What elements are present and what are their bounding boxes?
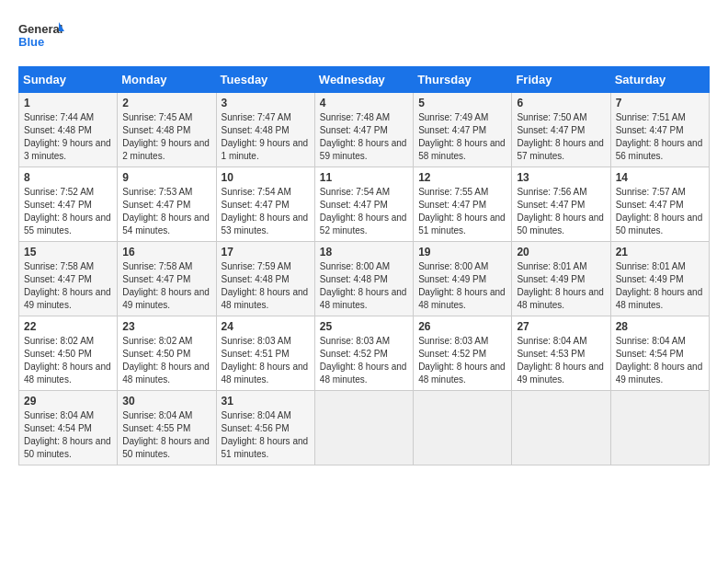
weekday-header: Friday xyxy=(512,67,610,93)
day-number: 3 xyxy=(222,97,310,109)
calendar-day-cell: 14Sunrise: 7:57 AMSunset: 4:47 PMDayligh… xyxy=(610,167,709,242)
day-info: Sunrise: 7:44 AMSunset: 4:48 PMDaylight:… xyxy=(24,111,112,163)
day-number: 13 xyxy=(517,171,605,184)
calendar-day-cell: 6Sunrise: 7:50 AMSunset: 4:47 PMDaylight… xyxy=(512,93,610,167)
day-info: Sunrise: 7:55 AMSunset: 4:47 PMDaylight:… xyxy=(418,186,506,237)
day-number: 20 xyxy=(517,246,605,259)
calendar-day-cell: 9Sunrise: 7:53 AMSunset: 4:47 PMDaylight… xyxy=(118,167,216,242)
day-info: Sunrise: 8:04 AMSunset: 4:54 PMDaylight:… xyxy=(24,409,112,461)
day-number: 2 xyxy=(122,97,210,109)
day-number: 10 xyxy=(222,171,310,184)
calendar-week-row: 15Sunrise: 7:58 AMSunset: 4:47 PMDayligh… xyxy=(19,242,710,316)
day-info: Sunrise: 8:04 AMSunset: 4:54 PMDaylight:… xyxy=(616,335,704,386)
weekday-header: Saturday xyxy=(610,67,709,93)
day-info: Sunrise: 7:58 AMSunset: 4:47 PMDaylight:… xyxy=(122,260,210,312)
calendar-day-cell: 13Sunrise: 7:56 AMSunset: 4:47 PMDayligh… xyxy=(512,167,610,242)
calendar-day-cell: 10Sunrise: 7:54 AMSunset: 4:47 PMDayligh… xyxy=(216,167,314,242)
day-info: Sunrise: 8:00 AMSunset: 4:48 PMDaylight:… xyxy=(320,260,408,312)
day-number: 29 xyxy=(24,395,112,408)
calendar-day-cell: 18Sunrise: 8:00 AMSunset: 4:48 PMDayligh… xyxy=(314,242,413,316)
calendar-day-cell: 16Sunrise: 7:58 AMSunset: 4:47 PMDayligh… xyxy=(118,242,216,316)
calendar-day-cell: 19Sunrise: 8:00 AMSunset: 4:49 PMDayligh… xyxy=(414,242,512,316)
day-number: 19 xyxy=(418,246,506,259)
day-info: Sunrise: 7:47 AMSunset: 4:48 PMDaylight:… xyxy=(222,111,310,163)
day-number: 18 xyxy=(320,246,408,259)
day-number: 12 xyxy=(418,171,506,184)
day-info: Sunrise: 7:54 AMSunset: 4:47 PMDaylight:… xyxy=(222,186,310,237)
calendar-day-cell: 5Sunrise: 7:49 AMSunset: 4:47 PMDaylight… xyxy=(414,93,512,167)
day-number: 25 xyxy=(320,320,408,333)
day-info: Sunrise: 8:04 AMSunset: 4:56 PMDaylight:… xyxy=(222,409,310,461)
calendar-day-cell: 26Sunrise: 8:03 AMSunset: 4:52 PMDayligh… xyxy=(414,316,512,391)
day-number: 23 xyxy=(122,320,210,333)
day-info: Sunrise: 7:50 AMSunset: 4:47 PMDaylight:… xyxy=(517,111,605,163)
day-info: Sunrise: 8:02 AMSunset: 4:50 PMDaylight:… xyxy=(122,335,210,386)
calendar-day-cell: 4Sunrise: 7:48 AMSunset: 4:47 PMDaylight… xyxy=(314,93,413,167)
weekday-header: Tuesday xyxy=(216,67,314,93)
day-info: Sunrise: 7:51 AMSunset: 4:47 PMDaylight:… xyxy=(616,111,704,163)
calendar-day-cell: 23Sunrise: 8:02 AMSunset: 4:50 PMDayligh… xyxy=(118,316,216,391)
logo: General Blue xyxy=(18,18,64,57)
calendar-day-cell: 1Sunrise: 7:44 AMSunset: 4:48 PMDaylight… xyxy=(19,93,118,167)
weekday-header: Thursday xyxy=(414,67,512,93)
day-number: 16 xyxy=(122,246,210,259)
logo-svg: General Blue xyxy=(18,18,64,57)
calendar-day-cell: 15Sunrise: 7:58 AMSunset: 4:47 PMDayligh… xyxy=(19,242,118,316)
day-info: Sunrise: 8:00 AMSunset: 4:49 PMDaylight:… xyxy=(418,260,506,312)
calendar-day-cell: 3Sunrise: 7:47 AMSunset: 4:48 PMDaylight… xyxy=(216,93,314,167)
calendar-day-cell: 21Sunrise: 8:01 AMSunset: 4:49 PMDayligh… xyxy=(610,242,709,316)
day-number: 5 xyxy=(418,97,506,109)
calendar-week-row: 1Sunrise: 7:44 AMSunset: 4:48 PMDaylight… xyxy=(19,93,710,167)
day-number: 28 xyxy=(616,320,704,333)
day-info: Sunrise: 7:57 AMSunset: 4:47 PMDaylight:… xyxy=(616,186,704,237)
day-number: 27 xyxy=(517,320,605,333)
day-info: Sunrise: 8:03 AMSunset: 4:52 PMDaylight:… xyxy=(320,335,408,386)
day-info: Sunrise: 8:01 AMSunset: 4:49 PMDaylight:… xyxy=(517,260,605,312)
day-number: 21 xyxy=(616,246,704,259)
calendar-day-cell: 24Sunrise: 8:03 AMSunset: 4:51 PMDayligh… xyxy=(216,316,314,391)
day-number: 6 xyxy=(517,97,605,109)
calendar-day-cell: 8Sunrise: 7:52 AMSunset: 4:47 PMDaylight… xyxy=(19,167,118,242)
day-info: Sunrise: 7:49 AMSunset: 4:47 PMDaylight:… xyxy=(418,111,506,163)
calendar-day-cell: 11Sunrise: 7:54 AMSunset: 4:47 PMDayligh… xyxy=(314,167,413,242)
calendar-day-cell: 17Sunrise: 7:59 AMSunset: 4:48 PMDayligh… xyxy=(216,242,314,316)
calendar-day-cell: 7Sunrise: 7:51 AMSunset: 4:47 PMDaylight… xyxy=(610,93,709,167)
day-number: 1 xyxy=(24,97,112,109)
day-number: 7 xyxy=(616,97,704,109)
svg-text:Blue: Blue xyxy=(18,35,44,49)
calendar-day-cell: 29Sunrise: 8:04 AMSunset: 4:54 PMDayligh… xyxy=(19,391,118,465)
day-number: 26 xyxy=(418,320,506,333)
calendar-table: SundayMondayTuesdayWednesdayThursdayFrid… xyxy=(18,66,710,465)
day-info: Sunrise: 7:53 AMSunset: 4:47 PMDaylight:… xyxy=(122,186,210,237)
calendar-day-cell: 28Sunrise: 8:04 AMSunset: 4:54 PMDayligh… xyxy=(610,316,709,391)
day-number: 9 xyxy=(122,171,210,184)
day-info: Sunrise: 7:48 AMSunset: 4:47 PMDaylight:… xyxy=(320,111,408,163)
day-info: Sunrise: 8:02 AMSunset: 4:50 PMDaylight:… xyxy=(24,335,112,386)
day-info: Sunrise: 8:04 AMSunset: 4:53 PMDaylight:… xyxy=(517,335,605,386)
svg-text:General: General xyxy=(18,22,63,36)
day-info: Sunrise: 7:56 AMSunset: 4:47 PMDaylight:… xyxy=(517,186,605,237)
day-number: 22 xyxy=(24,320,112,333)
header: General Blue xyxy=(18,18,710,57)
weekday-header: Monday xyxy=(118,67,216,93)
day-info: Sunrise: 8:03 AMSunset: 4:52 PMDaylight:… xyxy=(418,335,506,386)
calendar-day-cell: 25Sunrise: 8:03 AMSunset: 4:52 PMDayligh… xyxy=(314,316,413,391)
day-number: 24 xyxy=(222,320,310,333)
day-number: 4 xyxy=(320,97,408,109)
calendar-day-cell: 30Sunrise: 8:04 AMSunset: 4:55 PMDayligh… xyxy=(118,391,216,465)
weekday-header: Sunday xyxy=(19,67,118,93)
day-info: Sunrise: 7:58 AMSunset: 4:47 PMDaylight:… xyxy=(24,260,112,312)
day-number: 14 xyxy=(616,171,704,184)
day-info: Sunrise: 7:59 AMSunset: 4:48 PMDaylight:… xyxy=(222,260,310,312)
calendar-day-cell xyxy=(314,391,413,465)
day-number: 8 xyxy=(24,171,112,184)
day-info: Sunrise: 7:45 AMSunset: 4:48 PMDaylight:… xyxy=(122,111,210,163)
calendar-day-cell: 31Sunrise: 8:04 AMSunset: 4:56 PMDayligh… xyxy=(216,391,314,465)
day-number: 31 xyxy=(222,395,310,408)
calendar-day-cell xyxy=(414,391,512,465)
day-number: 30 xyxy=(122,395,210,408)
day-number: 11 xyxy=(320,171,408,184)
calendar-day-cell xyxy=(610,391,709,465)
calendar-day-cell: 2Sunrise: 7:45 AMSunset: 4:48 PMDaylight… xyxy=(118,93,216,167)
day-info: Sunrise: 7:52 AMSunset: 4:47 PMDaylight:… xyxy=(24,186,112,237)
